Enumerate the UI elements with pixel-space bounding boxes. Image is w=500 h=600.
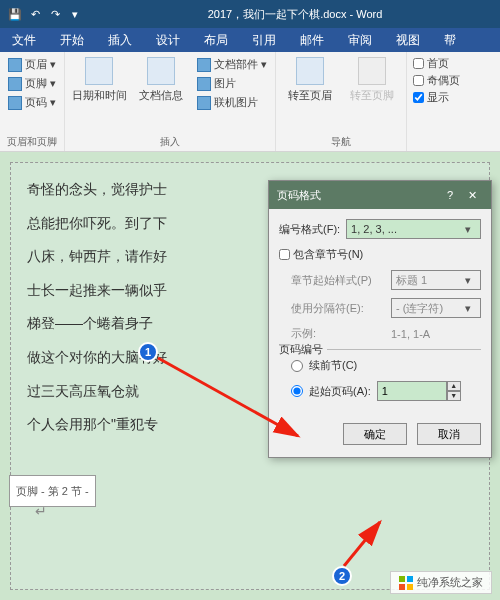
chapter-style-value: 标题 1 — [396, 273, 427, 288]
window-title: 2017，我们一起下个棋.docx - Word — [90, 7, 500, 22]
start-at-input[interactable] — [377, 381, 447, 401]
docinfo-icon — [147, 57, 175, 85]
page-numbering-fieldset: 续前节(C) 起始页码(A): ▲ ▼ — [279, 349, 481, 401]
ok-button[interactable]: 确定 — [343, 423, 407, 445]
tab-insert[interactable]: 插入 — [96, 28, 144, 52]
group-nav: 转至页眉 转至页脚 导航 — [276, 52, 407, 151]
tab-help[interactable]: 帮 — [432, 28, 468, 52]
start-at-spinner[interactable]: ▲ ▼ — [377, 381, 461, 401]
picture-icon — [197, 77, 211, 91]
tab-references[interactable]: 引用 — [240, 28, 288, 52]
page-number-format-dialog: 页码格式 ? ✕ 编号格式(F): 1, 2, 3, ... ▾ 包含章节号(N… — [268, 180, 492, 458]
dialog-body: 编号格式(F): 1, 2, 3, ... ▾ 包含章节号(N) 章节起始样式(… — [269, 209, 491, 415]
include-chapter-checkbox[interactable]: 包含章节号(N) — [279, 247, 481, 262]
undo-icon[interactable]: ↶ — [26, 5, 44, 23]
annotation-badge-2: 2 — [332, 566, 352, 586]
datetime-button[interactable]: 日期和时间 — [71, 56, 127, 111]
example-label: 示例: — [291, 326, 385, 341]
include-chapter-label: 包含章节号(N) — [293, 247, 363, 262]
spinner-down-icon[interactable]: ▼ — [447, 391, 461, 401]
start-at-label: 起始页码(A): — [309, 384, 371, 399]
chevron-down-icon: ▾ — [460, 274, 476, 287]
goheader-icon — [296, 57, 324, 85]
redo-icon[interactable]: ↷ — [46, 5, 64, 23]
tab-mailings[interactable]: 邮件 — [288, 28, 336, 52]
watermark-logo-icon — [399, 576, 413, 590]
close-icon[interactable]: ✕ — [461, 189, 483, 202]
goheader-button[interactable]: 转至页眉 — [282, 56, 338, 104]
show-doc-checkbox[interactable]: 显示 — [413, 90, 460, 105]
datetime-icon — [85, 57, 113, 85]
tab-review[interactable]: 审阅 — [336, 28, 384, 52]
dialog-title: 页码格式 — [277, 188, 439, 203]
chevron-down-icon: ▾ — [460, 302, 476, 315]
online-picture-icon — [197, 96, 211, 110]
number-format-label: 编号格式(F): — [279, 222, 340, 237]
chevron-down-icon: ▾ — [460, 223, 476, 236]
gofooter-button: 转至页脚 — [344, 56, 400, 104]
docparts-icon — [197, 58, 211, 72]
example-value: 1-1, 1-A — [391, 328, 481, 340]
group-label: 页眉和页脚 — [6, 133, 58, 151]
header-label: 页眉 ▾ — [25, 57, 56, 72]
online-picture-button[interactable]: 联机图片 — [195, 94, 269, 111]
start-at-radio[interactable] — [291, 385, 303, 397]
tab-home[interactable]: 开始 — [48, 28, 96, 52]
group-insert: 日期和时间 文档信息 文档部件 ▾ 图片 联机图片 插入 — [65, 52, 276, 151]
group-label: 导航 — [282, 133, 400, 151]
separator-value: - (连字符) — [396, 301, 443, 316]
docinfo-label: 文档信息 — [139, 88, 183, 103]
tab-layout[interactable]: 布局 — [192, 28, 240, 52]
continue-label: 续前节(C) — [309, 358, 357, 373]
ribbon-tabs: 文件 开始 插入 设计 布局 引用 邮件 审阅 视图 帮 — [0, 28, 500, 52]
pagenum-label: 页码 ▾ — [25, 95, 56, 110]
quick-access-toolbar: 💾 ↶ ↷ ▾ — [0, 5, 90, 23]
continue-radio[interactable] — [291, 360, 303, 372]
odd-even-checkbox[interactable]: 奇偶页 — [413, 73, 460, 88]
dialog-footer: 确定 取消 — [269, 415, 491, 457]
tab-file[interactable]: 文件 — [0, 28, 48, 52]
paragraph-mark-icon: ↵ — [35, 495, 47, 529]
odd-even-label: 奇偶页 — [427, 73, 460, 88]
picture-label: 图片 — [214, 76, 236, 91]
watermark-text: 纯净系统之家 — [417, 575, 483, 590]
cancel-button[interactable]: 取消 — [417, 423, 481, 445]
footer-button[interactable]: 页脚 ▾ — [6, 75, 58, 92]
footer-section-label: 页脚 - 第 2 节 - — [9, 475, 96, 507]
show-label: 显示 — [427, 90, 449, 105]
ribbon: 页眉 ▾ 页脚 ▾ 页码 ▾ 页眉和页脚 日期和时间 文档信息 文档部件 ▾ 图… — [0, 52, 500, 152]
header-button[interactable]: 页眉 ▾ — [6, 56, 58, 73]
separator-label: 使用分隔符(E): — [291, 301, 385, 316]
datetime-label: 日期和时间 — [72, 88, 127, 103]
first-page-diff-checkbox[interactable]: 首页 — [413, 56, 460, 71]
picture-button[interactable]: 图片 — [195, 75, 269, 92]
titlebar: 💾 ↶ ↷ ▾ 2017，我们一起下个棋.docx - Word — [0, 0, 500, 28]
group-options: 首页 奇偶页 显示 — [407, 52, 466, 151]
number-format-value: 1, 2, 3, ... — [351, 223, 397, 235]
footer-icon — [8, 77, 22, 91]
first-page-label: 首页 — [427, 56, 449, 71]
docparts-button[interactable]: 文档部件 ▾ — [195, 56, 269, 73]
tab-design[interactable]: 设计 — [144, 28, 192, 52]
group-header-footer: 页眉 ▾ 页脚 ▾ 页码 ▾ 页眉和页脚 — [0, 52, 65, 151]
help-icon[interactable]: ? — [439, 189, 461, 201]
online-picture-label: 联机图片 — [214, 95, 258, 110]
separator-combo: - (连字符) ▾ — [391, 298, 481, 318]
pagenum-icon — [8, 96, 22, 110]
docinfo-button[interactable]: 文档信息 — [133, 56, 189, 111]
dialog-titlebar[interactable]: 页码格式 ? ✕ — [269, 181, 491, 209]
qat-dropdown-icon[interactable]: ▾ — [66, 5, 84, 23]
chapter-style-label: 章节起始样式(P) — [291, 273, 385, 288]
chapter-style-combo: 标题 1 ▾ — [391, 270, 481, 290]
number-format-combo[interactable]: 1, 2, 3, ... ▾ — [346, 219, 481, 239]
pagenumber-button[interactable]: 页码 ▾ — [6, 94, 58, 111]
annotation-badge-1: 1 — [138, 342, 158, 362]
spinner-up-icon[interactable]: ▲ — [447, 381, 461, 391]
footer-label: 页脚 ▾ — [25, 76, 56, 91]
goheader-label: 转至页眉 — [288, 88, 332, 103]
header-icon — [8, 58, 22, 72]
watermark: 纯净系统之家 — [390, 571, 492, 594]
save-icon[interactable]: 💾 — [6, 5, 24, 23]
gofooter-label: 转至页脚 — [350, 88, 394, 103]
tab-view[interactable]: 视图 — [384, 28, 432, 52]
